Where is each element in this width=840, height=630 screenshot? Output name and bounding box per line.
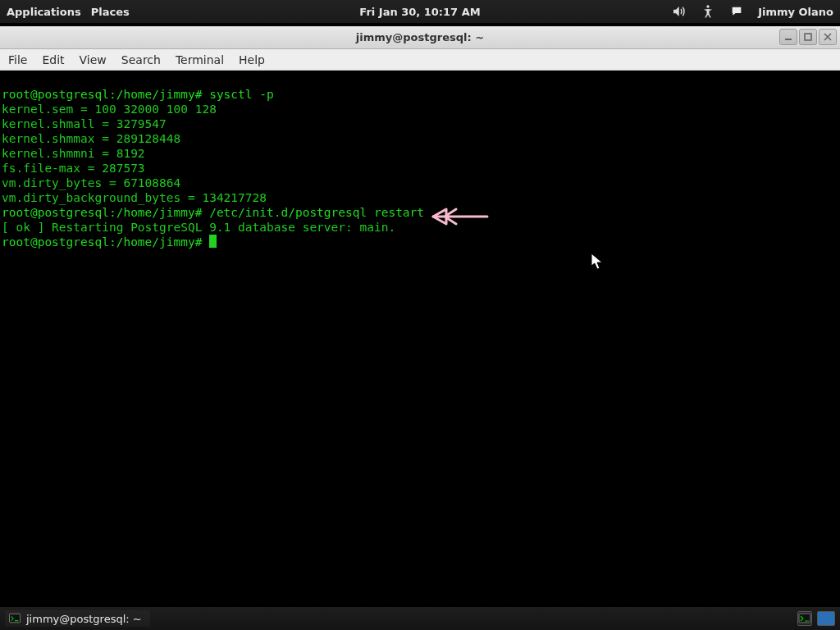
terminal-line: root@postgresql:/home/jimmy# sysctl -p: [2, 88, 274, 101]
prompt-text: root@postgresql:/home/jimmy#: [2, 235, 209, 249]
svg-point-1: [706, 5, 709, 7]
window-titlebar[interactable]: jimmy@postgresql: ~: [0, 26, 840, 49]
close-button[interactable]: [819, 29, 837, 45]
menu-help[interactable]: Help: [239, 53, 265, 66]
chat-icon[interactable]: [730, 5, 743, 18]
terminal-line: root@postgresql:/home/jimmy#: [2, 235, 217, 249]
maximize-button[interactable]: [799, 29, 817, 45]
menu-terminal[interactable]: Terminal: [176, 53, 224, 66]
terminal-cursor: [209, 235, 217, 248]
workspace-switcher[interactable]: [817, 611, 835, 626]
user-menu[interactable]: Jimmy Olano: [758, 6, 833, 18]
terminal-viewport[interactable]: root@postgresql:/home/jimmy# sysctl -p k…: [0, 71, 840, 607]
terminal-line: root@postgresql:/home/jimmy# /etc/init.d…: [2, 206, 424, 219]
terminal-line: kernel.shmall = 3279547: [2, 117, 167, 130]
panel-clock[interactable]: Fri Jan 30, 10:17 AM: [359, 6, 480, 18]
svg-rect-3: [805, 34, 811, 40]
svg-rect-5: [9, 614, 20, 623]
gnome-bottom-panel: jimmy@postgresql: ~: [0, 607, 840, 630]
menu-file[interactable]: File: [8, 53, 27, 66]
applications-menu[interactable]: Applications: [7, 6, 81, 18]
svg-marker-0: [673, 7, 679, 16]
minimize-button[interactable]: [779, 29, 797, 45]
window-title: jimmy@postgresql: ~: [356, 31, 484, 43]
menu-view[interactable]: View: [80, 53, 107, 66]
taskbar-terminal-button[interactable]: jimmy@postgresql: ~: [5, 610, 150, 627]
places-menu[interactable]: Places: [91, 6, 130, 18]
svg-rect-2: [785, 39, 792, 40]
terminal-line: vm.dirty_bytes = 67108864: [2, 176, 180, 189]
gnome-top-panel: Applications Places Fri Jan 30, 10:17 AM…: [0, 0, 840, 23]
terminal-window: jimmy@postgresql: ~ File Edit View Searc…: [0, 26, 840, 607]
terminal-line: [ ok ] Restarting PostgreSQL 9.1 databas…: [2, 221, 395, 234]
taskbar-label: jimmy@postgresql: ~: [26, 613, 142, 625]
terminal-line: kernel.sem = 100 32000 100 128: [2, 103, 217, 116]
terminal-icon: [8, 612, 21, 625]
menu-search[interactable]: Search: [121, 53, 161, 66]
tray-terminal-icon[interactable]: [797, 611, 812, 626]
terminal-line: vm.dirty_background_bytes = 134217728: [2, 191, 267, 204]
terminal-line: kernel.shmmax = 289128448: [2, 132, 180, 145]
volume-icon[interactable]: [671, 4, 686, 19]
terminal-menubar: File Edit View Search Terminal Help: [0, 49, 840, 71]
terminal-line: kernel.shmmni = 8192: [2, 147, 145, 160]
terminal-line: fs.file-max = 287573: [2, 162, 145, 175]
accessibility-icon[interactable]: [701, 4, 715, 19]
menu-edit[interactable]: Edit: [42, 53, 64, 66]
